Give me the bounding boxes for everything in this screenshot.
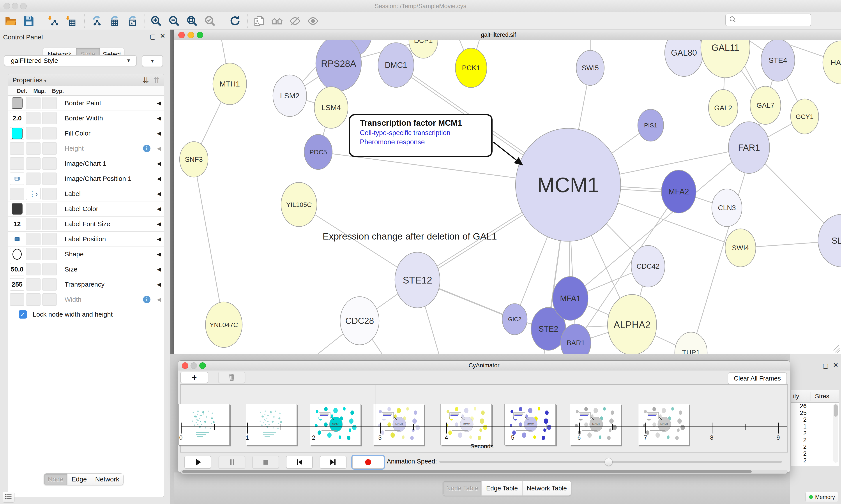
property-row-height[interactable]: Heighti◀ [8, 141, 164, 156]
import-network-icon[interactable] [47, 15, 59, 27]
mapping-cell[interactable] [26, 142, 40, 155]
expand-property-icon[interactable]: ◀ [157, 221, 161, 227]
mapping-cell[interactable] [26, 263, 40, 275]
table-row[interactable]: 2 [791, 450, 839, 457]
mapping-cell[interactable] [26, 293, 40, 306]
expand-property-icon[interactable]: ◀ [157, 100, 161, 106]
export-network-icon[interactable] [90, 15, 102, 27]
close-panel-icon[interactable]: ✕ [160, 32, 165, 40]
timeline-scrollbar[interactable] [180, 470, 788, 473]
style-selector[interactable]: galFiltered Style ▼ [4, 55, 137, 66]
export-table-icon[interactable] [108, 15, 120, 27]
animation-frame-5[interactable]: MCM1 [441, 404, 492, 445]
float-panel-icon[interactable]: ▢ [149, 33, 156, 40]
table-row[interactable]: 2 [791, 436, 839, 443]
expand-property-icon[interactable]: ◀ [157, 115, 161, 121]
animation-frame-2[interactable] [246, 404, 297, 445]
annotation-link[interactable]: Cell-type-specific transcription [360, 129, 491, 137]
mapping-cell[interactable]: ⋮› [26, 187, 40, 200]
mapping-cell[interactable] [26, 97, 40, 109]
mapping-cell[interactable] [26, 112, 40, 124]
info-icon[interactable]: i [143, 145, 150, 152]
default-value-cell[interactable]: 255 [10, 278, 24, 290]
tab-edge[interactable]: Edge [68, 473, 91, 485]
maximize-window-button[interactable] [197, 32, 203, 38]
bypass-cell[interactable] [42, 293, 57, 306]
close-window-button[interactable] [178, 32, 185, 38]
property-row-label-font-size[interactable]: 12Label Font Size◀ [8, 217, 164, 232]
expand-property-icon[interactable]: ◀ [157, 251, 161, 257]
default-value-cell[interactable] [10, 248, 24, 260]
info-icon[interactable]: i [143, 296, 150, 303]
refresh-icon[interactable] [229, 15, 240, 27]
expand-property-icon[interactable]: ◀ [157, 161, 161, 167]
stop-button[interactable] [252, 456, 279, 469]
export-image-icon[interactable] [126, 15, 138, 27]
float-panel-icon[interactable]: ▢ [822, 362, 828, 370]
network-node-gal80[interactable] [665, 40, 703, 76]
bypass-cell[interactable] [42, 112, 57, 124]
animation-frame-1[interactable] [178, 404, 230, 445]
default-value-cell[interactable] [10, 97, 24, 109]
column-header[interactable]: Stres [815, 393, 829, 400]
property-row-width[interactable]: Widthi◀ [8, 292, 164, 307]
hide-selected-icon[interactable] [289, 15, 301, 27]
collapse-all-icon[interactable]: ⇈ [154, 76, 160, 84]
property-row-border-width[interactable]: 2.0Border Width◀ [8, 111, 164, 126]
duplicate-network-icon[interactable] [253, 15, 265, 27]
property-row-label-color[interactable]: Label Color◀ [8, 201, 164, 217]
default-value-cell[interactable] [10, 203, 24, 215]
bypass-cell[interactable] [42, 233, 57, 245]
save-session-icon[interactable] [23, 15, 35, 27]
mapping-cell[interactable] [26, 173, 40, 185]
default-value-cell[interactable] [10, 293, 24, 306]
table-row[interactable]: 2 [791, 430, 839, 436]
expand-all-icon[interactable]: ⇊ [143, 76, 149, 84]
table-row[interactable]: 25 [791, 410, 839, 416]
table-scrollbar[interactable] [833, 403, 838, 463]
default-value-cell[interactable] [10, 127, 24, 140]
bypass-cell[interactable] [42, 203, 57, 215]
record-button[interactable] [352, 456, 384, 469]
expand-property-icon[interactable]: ◀ [157, 296, 161, 303]
close-panel-icon[interactable]: ✕ [833, 361, 838, 369]
import-table-icon[interactable] [65, 15, 77, 27]
expand-property-icon[interactable]: ◀ [157, 145, 161, 151]
column-divider[interactable] [810, 392, 811, 401]
table-row[interactable]: 26 [791, 403, 839, 410]
timeline-ruler[interactable] [181, 427, 787, 427]
lock-checkbox[interactable]: ✓ [19, 310, 27, 319]
tab-node-table[interactable]: Node Table [443, 481, 482, 496]
minimize-window-button[interactable] [187, 32, 194, 38]
mapping-cell[interactable] [26, 278, 40, 290]
bypass-cell[interactable] [42, 158, 57, 170]
bypass-cell[interactable] [42, 127, 57, 140]
table-row[interactable]: 2 [791, 457, 839, 464]
property-row-label[interactable]: ⋮›Label◀ [8, 186, 164, 201]
style-options-button[interactable]: ▼ [142, 55, 163, 67]
skip-start-button[interactable] [286, 456, 313, 469]
mapping-cell[interactable] [26, 203, 40, 215]
property-row-fill-color[interactable]: Fill Color◀ [8, 126, 164, 141]
property-row-transparency[interactable]: 255Transparency◀ [8, 277, 164, 292]
bypass-cell[interactable] [42, 278, 57, 290]
add-frame-button[interactable]: + [180, 372, 208, 383]
slider-knob[interactable] [605, 458, 612, 466]
default-value-cell[interactable] [10, 187, 24, 200]
memory-button[interactable]: Memory [806, 492, 838, 502]
default-value-cell[interactable]: 50.0 [10, 263, 24, 275]
column-header[interactable]: ity [793, 393, 799, 400]
zoom-fit-icon[interactable] [186, 15, 198, 27]
tab-node[interactable]: Node [44, 473, 68, 485]
search-input[interactable] [737, 16, 808, 24]
close-window-button[interactable] [182, 362, 189, 369]
zoom-out-icon[interactable] [168, 15, 180, 27]
property-row-shape[interactable]: Shape◀ [8, 247, 164, 262]
mapping-cell[interactable] [26, 127, 40, 140]
table-row[interactable]: 1 [791, 423, 839, 430]
table-row[interactable]: 2 [791, 416, 839, 423]
show-all-icon[interactable] [307, 15, 319, 27]
default-value-cell[interactable] [10, 158, 24, 170]
network-edge[interactable] [194, 159, 224, 325]
play-button[interactable] [184, 456, 211, 469]
